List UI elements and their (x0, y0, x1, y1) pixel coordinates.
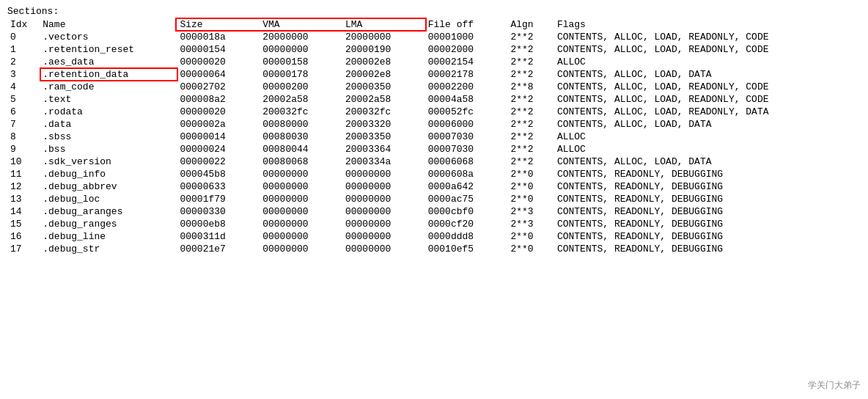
cell-lma: 00000000 (342, 230, 425, 243)
cell-idx: 16 (7, 230, 40, 243)
cell-flags: ALLOC (554, 56, 861, 68)
cell-lma: 20000190 (342, 43, 425, 56)
cell-name: .debug_ranges (40, 218, 177, 230)
cell-vma: 20002a58 (260, 93, 342, 106)
cell-flags: CONTENTS, ALLOC, LOAD, DATA (554, 155, 861, 168)
cell-name: .aes_data (40, 56, 177, 68)
cell-lma: 00000000 (342, 180, 425, 193)
table-body: 0 .vectors 0000018a 20000000 20000000 00… (7, 31, 861, 255)
cell-vma: 00000000 (260, 43, 342, 56)
table-row: 17 .debug_str 000021e7 00000000 00000000… (7, 243, 861, 255)
cell-algn: 2**0 (507, 193, 553, 205)
cell-flags: CONTENTS, ALLOC, LOAD, READONLY, CODE (554, 31, 861, 43)
cell-flags: CONTENTS, ALLOC, LOAD, READONLY, CODE (554, 81, 861, 93)
cell-vma: 00000000 (260, 243, 342, 255)
cell-fileoff: 0000cbf0 (425, 205, 508, 218)
cell-lma: 200032fc (342, 106, 425, 118)
cell-name: .debug_loc (40, 193, 177, 205)
cell-size: 00002702 (177, 81, 260, 93)
table-row: 1 .retention_reset 00000154 00000000 200… (7, 43, 861, 56)
cell-idx: 13 (7, 193, 40, 205)
cell-fileoff: 00006000 (425, 118, 508, 131)
cell-size: 00000020 (177, 56, 260, 68)
cell-fileoff: 00006068 (425, 155, 508, 168)
cell-fileoff: 00002200 (425, 81, 508, 93)
cell-algn: 2**2 (507, 43, 553, 56)
col-header-vma: VMA (260, 18, 342, 31)
cell-lma: 00000000 (342, 168, 425, 180)
cell-algn: 2**2 (507, 155, 553, 168)
cell-idx: 15 (7, 218, 40, 230)
cell-size: 00000024 (177, 143, 260, 155)
cell-fileoff: 00001000 (425, 31, 508, 43)
col-header-name: Name (40, 18, 177, 31)
table-row: 13 .debug_loc 00001f79 00000000 00000000… (7, 193, 861, 205)
cell-flags: CONTENTS, ALLOC, LOAD, READONLY, CODE (554, 43, 861, 56)
col-header-idx: Idx (7, 18, 40, 31)
cell-lma: 20002a58 (342, 93, 425, 106)
col-header-lma: LMA (342, 18, 425, 31)
cell-vma: 00080068 (260, 155, 342, 168)
cell-size: 000045b8 (177, 168, 260, 180)
cell-fileoff: 000052fc (425, 106, 508, 118)
table-row: 3 .retention_data 00000064 00000178 2000… (7, 68, 861, 81)
cell-fileoff: 00010ef5 (425, 243, 508, 255)
cell-algn: 2**2 (507, 68, 553, 81)
cell-lma: 00000000 (342, 218, 425, 230)
cell-lma: 00000000 (342, 193, 425, 205)
col-header-flags: Flags (554, 18, 861, 31)
cell-vma: 20000000 (260, 31, 342, 43)
table-row: 4 .ram_code 00002702 00000200 20000350 0… (7, 81, 861, 93)
cell-flags: ALLOC (554, 131, 861, 143)
cell-name: .debug_aranges (40, 205, 177, 218)
table-row: 11 .debug_info 000045b8 00000000 0000000… (7, 168, 861, 180)
cell-vma: 00080030 (260, 131, 342, 143)
cell-size: 00000eb8 (177, 218, 260, 230)
cell-algn: 2**2 (507, 56, 553, 68)
cell-vma: 00080000 (260, 118, 342, 131)
cell-size: 00000633 (177, 180, 260, 193)
cell-name: .debug_info (40, 168, 177, 180)
cell-size: 00000330 (177, 205, 260, 218)
table-row: 12 .debug_abbrev 00000633 00000000 00000… (7, 180, 861, 193)
cell-fileoff: 00002154 (425, 56, 508, 68)
table-row: 5 .text 000008a2 20002a58 20002a58 00004… (7, 93, 861, 106)
cell-idx: 10 (7, 155, 40, 168)
cell-idx: 12 (7, 180, 40, 193)
cell-size: 000008a2 (177, 93, 260, 106)
cell-flags: CONTENTS, READONLY, DEBUGGING (554, 193, 861, 205)
cell-name: .data (40, 118, 177, 131)
cell-idx: 14 (7, 205, 40, 218)
cell-vma: 00000000 (260, 218, 342, 230)
cell-flags: CONTENTS, ALLOC, LOAD, DATA (554, 68, 861, 81)
cell-flags: CONTENTS, READONLY, DEBUGGING (554, 180, 861, 193)
cell-size: 00000154 (177, 43, 260, 56)
cell-vma: 00000178 (260, 68, 342, 81)
cell-algn: 2**2 (507, 106, 553, 118)
cell-name: .debug_str (40, 243, 177, 255)
cell-size: 00000022 (177, 155, 260, 168)
cell-idx: 8 (7, 131, 40, 143)
cell-lma: 00000000 (342, 205, 425, 218)
cell-name: .bss (40, 143, 177, 155)
cell-idx: 3 (7, 68, 40, 81)
cell-algn: 2**2 (507, 31, 553, 43)
table-container: Idx Name Size VMA LMA File off Algn Flag… (7, 18, 861, 255)
cell-vma: 00000158 (260, 56, 342, 68)
cell-flags: CONTENTS, READONLY, DEBUGGING (554, 218, 861, 230)
cell-vma: 00000200 (260, 81, 342, 93)
cell-lma: 20000000 (342, 31, 425, 43)
cell-lma: 20003350 (342, 131, 425, 143)
cell-vma: 00000000 (260, 205, 342, 218)
cell-fileoff: 00007030 (425, 131, 508, 143)
cell-algn: 2**0 (507, 168, 553, 180)
cell-name: .debug_line (40, 230, 177, 243)
cell-algn: 2**8 (507, 81, 553, 93)
cell-lma: 20003320 (342, 118, 425, 131)
table-row: 2 .aes_data 00000020 00000158 200002e8 0… (7, 56, 861, 68)
cell-size: 00000064 (177, 68, 260, 81)
cell-name: .vectors (40, 31, 177, 43)
cell-flags: CONTENTS, READONLY, DEBUGGING (554, 243, 861, 255)
col-header-size: Size (177, 18, 260, 31)
cell-name: .sdk_version (40, 155, 177, 168)
